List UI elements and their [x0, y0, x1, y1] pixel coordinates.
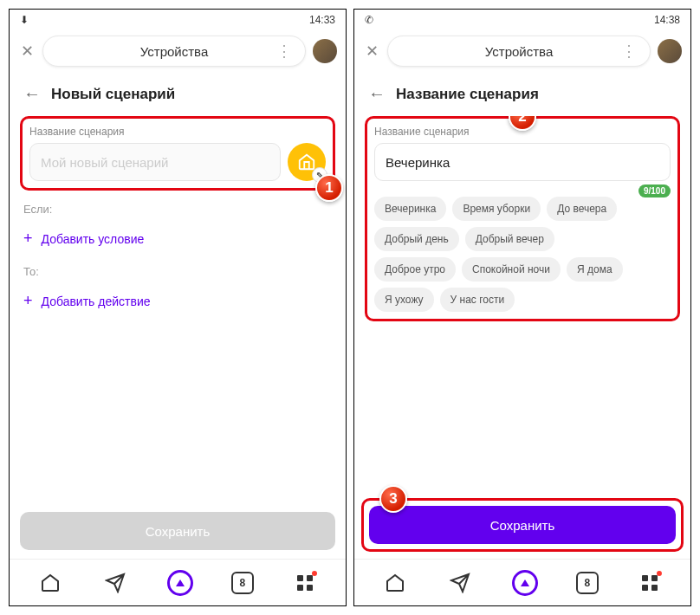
save-button[interactable]: Сохранить	[369, 506, 676, 544]
page-header: ← Новый сценарий	[10, 72, 346, 116]
plus-icon: +	[23, 292, 33, 310]
nav-alice-icon[interactable]	[511, 569, 539, 597]
plus-icon: +	[23, 230, 33, 248]
step-badge-3: 3	[379, 485, 407, 513]
whatsapp-icon: ✆	[365, 14, 373, 26]
scenario-icon-button[interactable]: ✎	[288, 143, 326, 181]
close-icon[interactable]: ✕	[363, 42, 380, 60]
phone-right: ✆ 14:38 ✕ Устройства ⋮ ← Название сценар…	[353, 9, 691, 606]
suggestion-chip[interactable]: Вечеринка	[374, 197, 446, 221]
nav-home-icon[interactable]	[381, 569, 409, 597]
search-pill[interactable]: Устройства ⋮	[42, 36, 306, 67]
page-title: Название сценария	[396, 86, 539, 103]
field-label: Название сценария	[29, 126, 326, 138]
svg-rect-3	[307, 585, 313, 591]
save-wrap: 3 Сохранить	[361, 498, 684, 552]
svg-rect-7	[651, 585, 658, 591]
clock: 14:38	[654, 14, 680, 26]
page-header: ← Название сценария	[354, 72, 690, 116]
close-icon[interactable]: ✕	[18, 42, 36, 60]
nav-menu-icon[interactable]	[291, 569, 319, 597]
more-icon[interactable]: ⋮	[618, 42, 640, 61]
avatar[interactable]	[658, 39, 682, 63]
suggestion-chip[interactable]: Добрый день	[374, 227, 459, 251]
nav-send-icon[interactable]	[101, 569, 129, 597]
suggestion-chip[interactable]: Я ухожу	[374, 288, 434, 312]
phone-left: ⬇ 14:33 ✕ Устройства ⋮ ← Новый сценарий …	[9, 9, 347, 606]
search-pill[interactable]: Устройства ⋮	[387, 36, 651, 67]
notification-dot	[657, 571, 662, 576]
search-row: ✕ Устройства ⋮	[10, 30, 346, 72]
clock: 14:33	[309, 14, 335, 26]
then-label: То:	[23, 265, 335, 278]
back-arrow-icon[interactable]: ←	[23, 84, 41, 104]
nav-tabs-icon[interactable]: 8	[576, 572, 599, 594]
suggestion-chip[interactable]: Добрый вечер	[465, 227, 554, 251]
nav-send-icon[interactable]	[446, 569, 474, 597]
suggestion-chip[interactable]: Спокойной ночи	[462, 257, 561, 282]
suggestion-chip[interactable]: У нас гости	[440, 288, 515, 312]
search-row: ✕ Устройства ⋮	[354, 30, 690, 72]
add-action-link[interactable]: + Добавить действие	[20, 287, 335, 315]
notification-dot	[312, 571, 317, 576]
nav-home-icon[interactable]	[36, 569, 64, 597]
suggestion-chip[interactable]: Доброе утро	[374, 257, 456, 282]
status-bar: ✆ 14:38	[354, 10, 690, 30]
suggestion-chip[interactable]: Я дома	[567, 257, 623, 282]
suggestion-chip[interactable]: До вечера	[547, 197, 617, 221]
bottom-nav: 8	[354, 559, 690, 605]
svg-rect-2	[297, 585, 303, 591]
content: Название сценария ✎ 1 Если: + Добавить у…	[10, 116, 346, 503]
svg-rect-6	[642, 585, 648, 591]
content: 2 Название сценария Вечеринка 9/100 Вече…	[354, 116, 690, 498]
scenario-name-input[interactable]: Вечеринка	[374, 143, 671, 181]
nav-alice-icon[interactable]	[166, 569, 194, 597]
bottom-nav: 8	[10, 559, 346, 605]
scenario-name-box: 2 Название сценария Вечеринка 9/100 Вече…	[365, 116, 680, 321]
svg-rect-0	[297, 575, 303, 581]
svg-rect-5	[651, 575, 658, 581]
char-count: 9/100	[638, 184, 671, 197]
svg-rect-4	[642, 575, 648, 581]
page-title: Новый сценарий	[51, 86, 175, 103]
scenario-name-box: Название сценария ✎ 1	[20, 116, 335, 191]
save-wrap: Сохранить	[10, 503, 346, 559]
suggestion-chip[interactable]: Время уборки	[452, 197, 541, 221]
if-label: Если:	[23, 203, 335, 216]
more-icon[interactable]: ⋮	[273, 42, 295, 61]
suggestion-chips: ВечеринкаВремя уборкиДо вечераДобрый ден…	[374, 197, 638, 312]
download-icon: ⬇	[20, 14, 29, 26]
nav-tabs-icon[interactable]: 8	[231, 572, 254, 594]
avatar[interactable]	[313, 39, 337, 63]
save-button[interactable]: Сохранить	[20, 512, 335, 550]
back-arrow-icon[interactable]: ←	[368, 84, 386, 104]
svg-rect-1	[307, 575, 313, 581]
status-bar: ⬇ 14:33	[10, 10, 346, 30]
scenario-name-input[interactable]	[29, 143, 281, 181]
nav-menu-icon[interactable]	[636, 569, 664, 597]
add-condition-link[interactable]: + Добавить условие	[20, 224, 335, 253]
step-badge-1: 1	[315, 174, 343, 202]
